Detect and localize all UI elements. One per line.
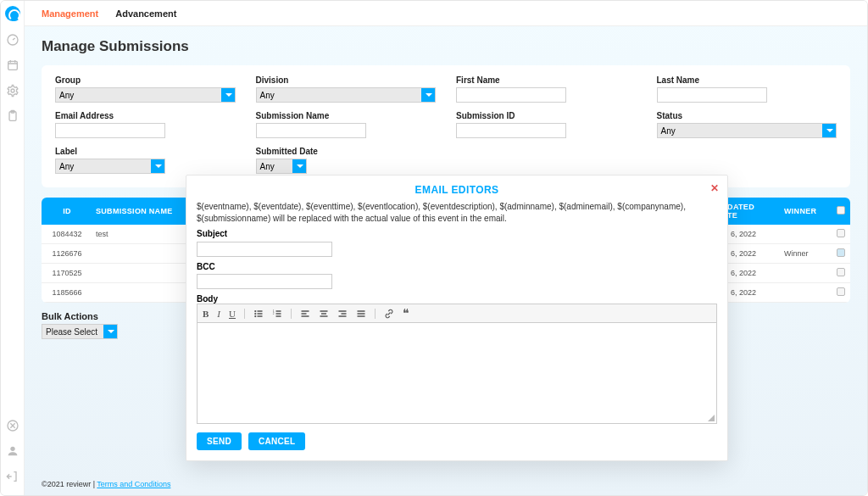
svg-rect-19 (301, 313, 306, 315)
italic-icon[interactable]: I (217, 309, 220, 319)
cell-id: 1170525 (42, 264, 92, 283)
subject-input[interactable] (197, 242, 332, 257)
bold-icon[interactable]: B (203, 309, 209, 319)
bcc-label: BCC (197, 262, 717, 271)
filter-submitted-date-label: Submitted Date (256, 147, 437, 156)
svg-rect-12 (257, 315, 262, 317)
top-tabs: Management Advancement (25, 1, 867, 26)
subject-field: Subject (197, 229, 717, 257)
dashboard-icon[interactable] (6, 33, 19, 47)
filter-group: Group Any (55, 75, 236, 103)
svg-rect-24 (338, 310, 346, 312)
filter-submission-name-label: Submission Name (256, 111, 437, 120)
user-icon[interactable] (6, 444, 19, 458)
svg-point-11 (254, 315, 256, 316)
col-winner[interactable]: WINNER (781, 198, 832, 225)
chevron-down-icon (151, 159, 164, 173)
svg-rect-20 (301, 315, 309, 317)
subject-label: Subject (197, 229, 717, 238)
filter-submission-name: Submission Name (256, 111, 437, 138)
filter-submission-id: Submission ID (456, 111, 637, 138)
row-checkbox[interactable] (837, 268, 845, 276)
terms-link[interactable]: Terms and Conditions (97, 480, 170, 488)
filter-submission-id-label: Submission ID (456, 111, 637, 120)
resize-handle-icon[interactable] (707, 414, 715, 422)
chevron-down-icon (292, 159, 306, 173)
chevron-down-icon (103, 325, 117, 338)
filter-first-name: First Name (456, 75, 637, 103)
tab-management[interactable]: Management (42, 8, 98, 19)
tab-advancement[interactable]: Advancement (115, 8, 176, 19)
row-checkbox[interactable] (837, 287, 845, 296)
sidebar (1, 1, 25, 495)
main: Management Advancement Manage Submission… (25, 1, 867, 495)
filter-group-label: Group (55, 75, 236, 85)
col-id[interactable]: ID (42, 198, 92, 225)
clipboard-icon[interactable] (6, 109, 19, 123)
filter-division-select[interactable]: Any (256, 87, 437, 103)
quote-icon[interactable]: ❝ (403, 306, 409, 320)
gear-icon[interactable] (6, 84, 19, 98)
svg-rect-27 (357, 310, 364, 312)
logout-icon[interactable] (6, 470, 19, 483)
filter-last-name-input[interactable] (657, 87, 767, 103)
link-icon[interactable] (384, 309, 394, 319)
svg-rect-13 (275, 310, 281, 312)
filter-group-select[interactable]: Any (55, 87, 236, 103)
filter-status-label: Status (657, 111, 837, 120)
checkbox-icon (837, 206, 845, 215)
align-right-icon[interactable] (337, 309, 348, 319)
chevron-down-icon (822, 124, 836, 137)
row-checkbox[interactable] (837, 248, 845, 257)
send-button[interactable]: SEND (197, 432, 242, 450)
filter-submission-name-input[interactable] (256, 123, 366, 138)
filter-submission-id-input[interactable] (456, 123, 566, 138)
svg-rect-28 (357, 313, 364, 315)
align-center-icon[interactable] (319, 309, 329, 319)
col-check-all[interactable] (832, 198, 850, 225)
cell-winner (781, 264, 832, 283)
svg-rect-1 (8, 61, 17, 70)
help-icon[interactable] (6, 419, 19, 432)
filter-status-select[interactable]: Any (657, 123, 837, 138)
modal-close-icon[interactable]: ✕ (710, 182, 719, 194)
bcc-input[interactable] (197, 274, 332, 289)
row-checkbox[interactable] (837, 229, 845, 237)
separator-icon (244, 309, 245, 319)
filter-panel: Group Any Division Any First Name Last N… (42, 65, 850, 187)
email-editors-modal: ✕ EMAIL EDITORS $(eventname), $(eventdat… (186, 175, 728, 461)
separator-icon (375, 309, 376, 319)
svg-text:2: 2 (273, 311, 275, 315)
filter-last-name-label: Last Name (657, 75, 837, 85)
filter-label-select[interactable]: Any (55, 159, 165, 174)
align-left-icon[interactable] (300, 309, 310, 319)
svg-rect-14 (275, 313, 281, 315)
filter-first-name-input[interactable] (456, 87, 566, 103)
underline-icon[interactable]: U (229, 309, 236, 319)
calendar-icon[interactable] (6, 59, 19, 72)
bulk-actions-select[interactable]: Please Select (42, 324, 118, 339)
svg-rect-22 (321, 313, 326, 315)
app-logo-icon[interactable] (5, 6, 20, 21)
cell-name (92, 264, 186, 283)
footer: ©2021 reviewr | Terms and Conditions (25, 480, 867, 495)
cell-id: 1084432 (42, 225, 92, 244)
col-submission-name[interactable]: SUBMISSION NAME (92, 198, 186, 225)
svg-rect-29 (357, 315, 364, 317)
body-editor[interactable] (197, 322, 717, 424)
list-bullet-icon[interactable] (253, 309, 264, 319)
filter-label-label: Label (55, 147, 236, 156)
align-justify-icon[interactable] (356, 309, 366, 319)
svg-point-9 (254, 312, 256, 314)
svg-point-6 (10, 447, 14, 451)
footer-copy: ©2021 reviewr | (42, 480, 97, 488)
body-field: Body B I U 12 (197, 294, 717, 424)
filter-first-name-label: First Name (456, 75, 637, 85)
svg-rect-23 (320, 315, 327, 317)
list-number-icon[interactable]: 12 (272, 309, 282, 319)
cell-id: 1126676 (42, 244, 92, 264)
filter-submitted-date-select[interactable]: Any (256, 159, 307, 174)
svg-rect-18 (301, 310, 309, 312)
filter-email-input[interactable] (55, 123, 165, 138)
cancel-button[interactable]: CANCEL (248, 432, 305, 450)
